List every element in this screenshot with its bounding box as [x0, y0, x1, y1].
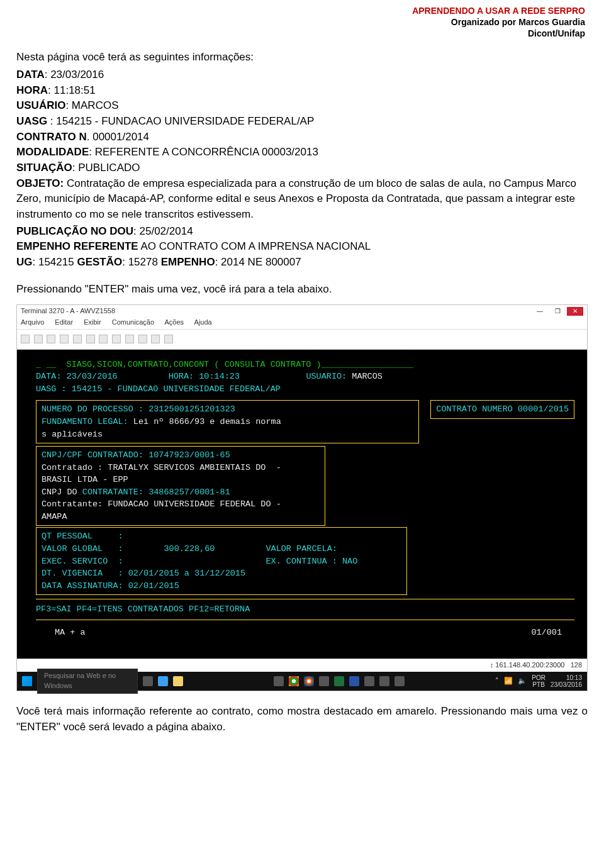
firefox-icon[interactable]: [304, 676, 314, 686]
objeto-value: Contratação de empresa especializada par…: [16, 177, 576, 220]
ie-icon[interactable]: [158, 676, 168, 686]
toolbar: [17, 330, 587, 350]
modalidade-value: : REFERENTE A CONCORRÊNCIA 00003/2013: [89, 146, 318, 158]
gestao-value: : 15278: [122, 256, 160, 268]
result-instruction: Pressionando "ENTER" mais uma vez, você …: [16, 282, 588, 298]
windows-start-icon[interactable]: [22, 676, 32, 686]
term-header-line: _ __ SIASG,SICON,CONTRATO,CONCONT ( CONS…: [36, 359, 574, 371]
field-objeto: OBJETO: Contratação de empresa especiali…: [16, 176, 588, 223]
term-box2-l4: CNPJ DO CONTRATANTE: 34868257/0001-81: [42, 486, 320, 499]
header-organizer: Organizado por Marcos Guardia: [19, 16, 585, 28]
excel-icon[interactable]: [334, 676, 344, 686]
menu-acoes[interactable]: Ações: [164, 318, 184, 326]
window-titlebar: Terminal 3270 - A - AWVZ1558 — ❐ ✕: [17, 305, 587, 316]
windows-taskbar: Pesquisar na Web e no Windows ˄ 📶 🔈: [17, 672, 587, 691]
situacao-value: : PUBLICADO: [72, 162, 140, 174]
tray-chevron-icon[interactable]: ˄: [495, 676, 499, 686]
term-box1-l2: FUNDAMENTO LEGAL: Lei nº 8666/93 e demai…: [42, 416, 413, 428]
term-box-row1: NUMERO DO PROCESSO : 23125001251201323 F…: [36, 399, 574, 445]
empenho-ref-label: EMPENHO REFERENTE: [16, 240, 138, 252]
toolbar-icon[interactable]: [99, 335, 108, 343]
term-status-line: MA + a 01/001: [36, 624, 574, 644]
window-controls: — ❐ ✕: [532, 307, 583, 316]
menu-arquivo[interactable]: Arquivo: [21, 318, 44, 326]
term-box1-l3: s aplicáveis: [42, 428, 413, 441]
term-box2-l6: AMAPA: [42, 511, 320, 523]
minimize-button[interactable]: —: [532, 307, 548, 316]
toolbar-icon[interactable]: [47, 335, 55, 343]
pub-value: : 25/02/2014: [133, 225, 193, 237]
uasg-label: UASG: [16, 115, 50, 127]
toolbar-icon[interactable]: [112, 335, 121, 343]
uasg-value: : 154215 - FUNDACAO UNIVERSIDADE FEDERAL…: [50, 115, 314, 127]
app-icon[interactable]: [394, 676, 405, 686]
tray-network-icon[interactable]: 📶: [504, 676, 513, 686]
menu-ajuda[interactable]: Ajuda: [194, 318, 212, 326]
toolbar-icon[interactable]: [73, 335, 82, 343]
empenho-value: : 2014 NE 800007: [215, 256, 301, 268]
toolbar-icon[interactable]: [60, 335, 69, 343]
tray-clock[interactable]: 10:13 23/03/2016: [551, 674, 582, 688]
field-uasg: UASG : 154215 - FUNDACAO UNIVERSIDADE FE…: [16, 114, 588, 130]
taskbar-search-input[interactable]: Pesquisar na Web e no Windows: [37, 669, 138, 694]
page-header: APRENDENDO A USAR A REDE SERPRO Organiza…: [0, 0, 604, 42]
term-box-contrato-num: CONTRATO NUMERO 00001/2015: [430, 400, 574, 419]
field-contrato: CONTRATO N. 00001/2014: [16, 130, 588, 145]
app-icon[interactable]: [274, 676, 284, 686]
close-button[interactable]: ✕: [567, 307, 583, 316]
term-box-processo: NUMERO DO PROCESSO : 23125001251201323 F…: [36, 400, 419, 443]
menu-editar[interactable]: Editar: [55, 318, 73, 326]
menu-comunicacao[interactable]: Comunicação: [112, 318, 154, 326]
toolbar-icon[interactable]: [21, 335, 30, 343]
term-box2-l2: Contratado : TRATALYX SERVICOS AMBIENTAI…: [42, 462, 320, 474]
data-value: : 23/03/2016: [45, 69, 104, 81]
toolbar-icon[interactable]: [164, 335, 173, 343]
ug-label: UG: [16, 256, 33, 268]
toolbar-icon[interactable]: [151, 335, 160, 343]
field-empenho-ref: EMPENHO REFERENTE AO CONTRATO COM A IMPR…: [16, 239, 588, 255]
term-separator: [36, 599, 574, 599]
term-uasg-line: UASG : 154215 - FUNDACAO UNIVERSIDADE FE…: [36, 383, 574, 396]
gestao-label: GESTÃO: [77, 256, 122, 268]
term-status-left: MA + a: [55, 626, 86, 639]
pub-label: PUBLICAÇÃO NO DOU: [16, 225, 133, 237]
ug-value: : 154215: [33, 256, 77, 268]
app-icon[interactable]: [319, 676, 329, 686]
term-box2-l3: BRASIL LTDA - EPP: [42, 474, 320, 486]
menu-exibir[interactable]: Exibir: [84, 318, 101, 326]
toolbar-icon[interactable]: [138, 335, 147, 343]
term-box2-l5: Contratante: FUNDACAO UNIVERSIDADE FEDER…: [42, 498, 320, 511]
header-title: APRENDENDO A USAR A REDE SERPRO: [19, 5, 585, 16]
term-box3-l3: EXEC. SERVICO : EX. CONTINUA : NAO: [42, 555, 401, 568]
term-box-contratado: CNPJ/CPF CONTRATADO: 10747923/0001-65 Co…: [36, 446, 325, 526]
tray-volume-icon[interactable]: 🔈: [518, 676, 527, 686]
empenho-label: EMPENHO: [161, 256, 215, 268]
app-icon[interactable]: [379, 676, 389, 686]
term-box3-l4: DT. VIGENCIA : 02/01/2015 a 31/12/2015: [42, 567, 401, 580]
term-box3-l1: QT PESSOAL :: [42, 530, 401, 543]
toolbar-icon[interactable]: [86, 335, 95, 343]
toolbar-icon[interactable]: [34, 335, 43, 343]
chrome-icon[interactable]: [289, 676, 299, 686]
maximize-button[interactable]: ❐: [549, 307, 566, 316]
field-ug-gestao-empenho: UG: 154215 GESTÃO: 15278 EMPENHO: 2014 N…: [16, 255, 588, 270]
term-data-line: DATA: 23/03/2016 HORA: 10:14:23 USUARIO:…: [36, 370, 574, 383]
field-data: DATA: 23/03/2016: [16, 67, 588, 83]
data-label: DATA: [16, 69, 45, 81]
tray-language[interactable]: POR PTB: [532, 674, 545, 688]
folder-icon[interactable]: [173, 676, 183, 686]
terminal-screen[interactable]: _ __ SIASG,SICON,CONTRATO,CONCONT ( CONS…: [17, 350, 587, 659]
toolbar-icon[interactable]: [125, 335, 134, 343]
term-box-valores: QT PESSOAL : VALOR GLOBAL : 300.228,60 V…: [36, 527, 407, 595]
contrato-value: . 00001/2014: [87, 131, 149, 143]
word-icon[interactable]: [349, 676, 359, 686]
empenho-ref-value: AO CONTRATO COM A IMPRENSA NACIONAL: [138, 240, 371, 252]
taskview-icon[interactable]: [143, 676, 153, 686]
app-icon[interactable]: [364, 676, 374, 686]
term-pf-line: PF3=SAI PF4=ITENS CONTRATADOS PF12=RETOR…: [36, 603, 574, 616]
term-box3-l2: VALOR GLOBAL : 300.228,60 VALOR PARCELA:: [42, 543, 401, 555]
header-dept: Dicont/Unifap: [19, 28, 585, 39]
term-usuario-label: USUARIO:: [306, 372, 347, 381]
field-hora: HORA: 11:18:51: [16, 83, 588, 99]
situacao-label: SITUAÇÃO: [16, 162, 72, 174]
